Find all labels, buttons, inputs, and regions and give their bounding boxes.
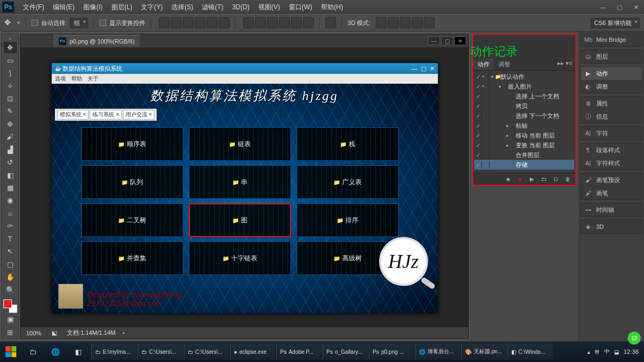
path-tool[interactable]: ↖ [4, 246, 17, 257]
menu-window[interactable]: 窗口(W) [284, 3, 317, 12]
taskbar-window[interactable]: 🌐博客后台... [415, 344, 461, 360]
dist-btn[interactable] [255, 17, 266, 28]
show-transform-checkbox[interactable] [100, 20, 106, 26]
crop-tool[interactable]: ⊡ [4, 93, 17, 104]
taskbar-window[interactable]: 🗀C:\Users\... [138, 344, 183, 360]
tray-shield-icon[interactable]: ⛨ [595, 349, 600, 355]
quickmask-tool[interactable]: ▣ [4, 314, 17, 325]
trash-icon[interactable]: 🗑 [564, 176, 572, 183]
menu-help[interactable]: 帮助(H) [317, 3, 348, 12]
align-btn[interactable] [207, 17, 218, 28]
marquee-tool[interactable]: ▭ [4, 54, 17, 66]
new-set-icon[interactable]: 🗀 [540, 176, 548, 183]
maximize-icon[interactable]: ▢ [611, 2, 628, 13]
gradient-tool[interactable]: ▦ [4, 182, 17, 194]
menu-type[interactable]: 文字(Y) [137, 3, 167, 12]
workspace-dropdown[interactable]: CS6 新增功能 [591, 18, 640, 28]
menu-filter[interactable]: 滤镜(T) [197, 3, 227, 12]
taskbar-window[interactable]: ●eclipse.exe [230, 344, 276, 360]
menu-view[interactable]: 视图(V) [254, 3, 284, 12]
heal-tool[interactable]: ❉ [4, 118, 17, 130]
mode3d-btn[interactable] [376, 17, 387, 28]
menu-image[interactable]: 图像(I) [79, 3, 107, 12]
zoom-tool[interactable]: 🔍 [4, 284, 17, 295]
auto-align-btn[interactable] [325, 17, 336, 28]
taskbar-window[interactable]: Psp0.png ... [369, 344, 414, 360]
dock-panel-调整[interactable]: ◐调整 [581, 80, 642, 93]
action-row[interactable]: ✓▸变换 当前 图层 [474, 140, 574, 150]
mode3d-btn[interactable] [412, 17, 423, 28]
dock-panel-时间轴[interactable]: ⊶时间轴 [581, 203, 642, 216]
history-brush-tool[interactable]: ↺ [4, 157, 17, 168]
type-tool[interactable]: T [4, 233, 17, 245]
record-icon[interactable]: ● [516, 176, 524, 183]
stop-icon[interactable]: ■ [504, 176, 512, 183]
blur-tool[interactable]: ◉ [4, 195, 17, 206]
eyedropper-tool[interactable]: ✎ [4, 105, 17, 117]
eraser-tool[interactable]: ◧ [4, 169, 17, 180]
dock-panel-字符[interactable]: A|字符 [581, 127, 642, 140]
document-tab[interactable]: Ps p0.png @ 100%(RGB/8) [53, 35, 140, 47]
foreground-swatch[interactable] [3, 299, 12, 308]
dock-panel-画笔[interactable]: 🖌画笔 [581, 186, 642, 199]
dock-panel-属性[interactable]: ≣属性 [581, 97, 642, 110]
stamp-tool[interactable]: ▟ [4, 144, 17, 155]
dock-panel-3D[interactable]: ◈3D [581, 220, 642, 233]
menu-select[interactable]: 选择(S) [167, 3, 197, 12]
tab-actions[interactable]: 动作 [473, 59, 494, 70]
dist-btn[interactable] [267, 17, 278, 28]
dock-panel-Mini Bridge[interactable]: MbMini Bridge [581, 33, 642, 46]
action-row[interactable]: ✓选择 下一个文档 [474, 111, 574, 121]
lasso-tool[interactable]: ⟆ [4, 67, 17, 79]
menu-3d[interactable]: 3D(D) [228, 3, 254, 11]
tray-clock[interactable]: 12:38 [623, 348, 639, 355]
taskbar-window[interactable]: Pso_Gallary... [323, 344, 368, 360]
auto-select-target-dropdown[interactable]: 组 [70, 18, 88, 28]
notification-bubble[interactable]: 12 [628, 332, 641, 345]
align-btn[interactable] [159, 17, 170, 28]
screenmode-tool[interactable]: ⊞ [4, 327, 17, 338]
wand-tool[interactable]: ✧ [4, 80, 17, 91]
panel-flyout-icon[interactable]: ▸▸ ▾≡ [554, 59, 575, 70]
pen-tool[interactable]: ✑ [4, 220, 17, 232]
taskbar-window[interactable]: 🎨无标题.pn... [461, 344, 507, 360]
color-swatches[interactable] [3, 299, 17, 313]
network-icon[interactable]: ⬓ [614, 349, 619, 355]
dist-btn[interactable] [291, 17, 302, 28]
doc-close-icon[interactable]: ✕ [454, 36, 466, 45]
align-btn[interactable] [183, 17, 194, 28]
zoom-level[interactable]: 100% [21, 330, 47, 336]
tray-up-icon[interactable]: ▴ [587, 349, 590, 355]
action-row[interactable]: ✓合并图层 [474, 150, 574, 160]
actions-tree[interactable]: ✓▫▾📁默认动作✓▫▾嵌入图片✓选择 上一个文档✓拷贝✓选择 下一个文档✓▸粘贴… [473, 71, 575, 173]
action-row[interactable]: ✓▸移动 当前 图层 [474, 130, 574, 140]
taskbar-window[interactable]: ◧C:\Windo... [507, 344, 553, 360]
menu-edit[interactable]: 编辑(E) [48, 3, 79, 12]
taskbar-window[interactable]: 🗀E:\myIma... [91, 344, 137, 360]
close-icon[interactable]: ✕ [628, 2, 644, 13]
canvas-stage[interactable]: ☕ 数据结构算法模拟系统 —▢✕ 选项 帮助 关于 数据结构算法模拟系统 hjz… [21, 47, 468, 339]
menu-layer[interactable]: 图层(L) [107, 3, 137, 12]
menu-file[interactable]: 文件(F) [18, 3, 48, 12]
action-row[interactable]: ✓存储 [474, 160, 574, 170]
minimize-icon[interactable]: — [595, 2, 611, 13]
action-row[interactable]: ✓▸粘贴 [474, 121, 574, 130]
dist-btn[interactable] [303, 17, 314, 28]
mode3d-btn[interactable] [400, 17, 411, 28]
dock-panel-信息[interactable]: ⓘ信息 [581, 110, 642, 123]
align-btn[interactable] [219, 17, 230, 28]
dock-panel-段落样式[interactable]: ¶段落样式 [581, 143, 642, 157]
align-btn[interactable] [171, 17, 182, 28]
system-tray[interactable]: ▴ ⛨ 中 ⬓ 12:38 [587, 348, 642, 355]
dock-panel-字符样式[interactable]: A|字符样式 [581, 157, 642, 170]
dist-btn[interactable] [279, 17, 290, 28]
doc-maximize-icon[interactable]: ▢ [441, 36, 453, 45]
dist-btn[interactable] [243, 17, 254, 28]
new-action-icon[interactable]: 🗋 [552, 176, 560, 183]
dock-panel-图层[interactable]: 🗂图层 [581, 50, 642, 63]
dock-panel-动作[interactable]: ▶动作 [581, 67, 642, 80]
pinned-chrome[interactable]: 🌐 [45, 344, 66, 360]
shape-tool[interactable]: ▢ [4, 258, 17, 270]
pinned-explorer[interactable]: 🗀 [22, 344, 44, 360]
action-row[interactable]: ✓拷贝 [474, 101, 574, 111]
